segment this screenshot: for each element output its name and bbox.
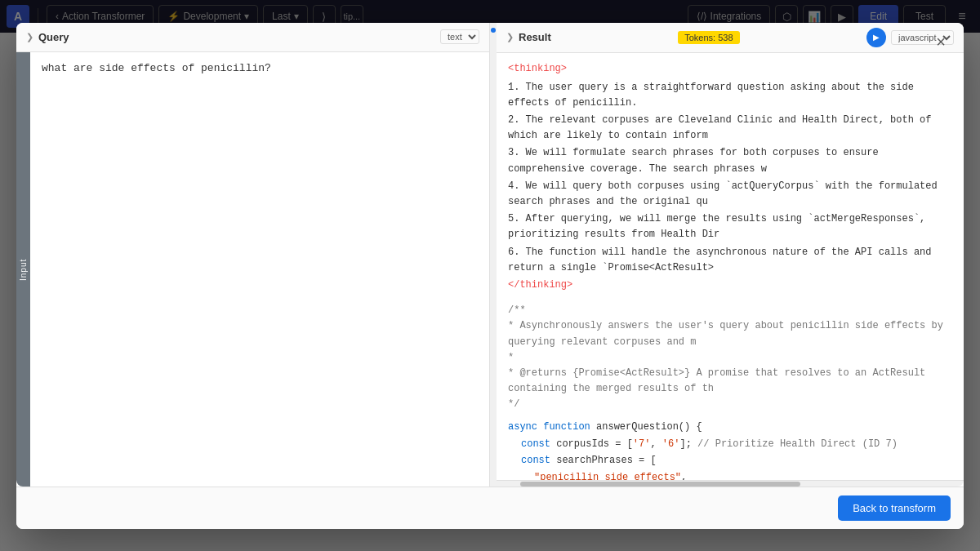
result-panel-header: ❯ Result Tokens: 538 ▶ javascript [497, 23, 964, 53]
code-function: async function answerQuestion() { const … [508, 419, 952, 479]
result-content-area: <thinking> 1. The user query is a straig… [497, 53, 964, 480]
modal-close-button[interactable]: × [929, 31, 952, 54]
collapse-icon[interactable]: ❯ [26, 32, 33, 42]
left-panel: ❯ Query text Input what are side effects… [16, 23, 490, 487]
query-panel-title: Query [38, 31, 69, 43]
input-label: Input [16, 52, 30, 487]
thinking-line-1: 1. The user query is a straightforward q… [508, 80, 952, 111]
result-collapse-icon[interactable]: ❯ [506, 32, 514, 42]
tokens-badge: Tokens: 538 [678, 31, 739, 44]
thinking-line-2: 2. The relevant corpuses are Cleveland C… [508, 113, 952, 144]
thinking-open-tag: <thinking> [508, 61, 952, 77]
modal-footer: Back to transform [16, 487, 964, 529]
jsdoc-comment: /** * Asynchronously answers the user's … [508, 303, 952, 412]
play-icon: ▶ [873, 33, 880, 42]
query-content: what are side effects of penicillin? [30, 52, 489, 487]
panel-divider [490, 23, 497, 487]
modal-overlay: × ❯ Query text Input what are [0, 0, 980, 551]
modal-body: ❯ Query text Input what are side effects… [16, 23, 964, 487]
run-button[interactable]: ▶ [866, 28, 886, 47]
left-panel-header: ❯ Query text [16, 23, 489, 52]
type-select[interactable]: text [440, 29, 479, 44]
left-panel-header-left: ❯ Query [26, 31, 435, 43]
query-text: what are side effects of penicillin? [42, 62, 271, 74]
thinking-close-tag: </thinking> [508, 278, 952, 293]
divider-indicator [491, 28, 496, 33]
modal-dialog: × ❯ Query text Input what are [16, 23, 964, 529]
thinking-line-6: 6. The function will handle the asynchro… [508, 245, 952, 276]
thinking-line-4: 4. We will query both corpuses using `ac… [508, 179, 952, 210]
thinking-line-3: 3. We will formulate search phrases for … [508, 145, 952, 176]
result-panel-title: Result [519, 31, 551, 43]
right-panel: ❯ Result Tokens: 538 ▶ javascript < [497, 23, 964, 487]
back-to-transform-button[interactable]: Back to transform [838, 495, 951, 521]
thinking-line-5: 5. After querying, we will merge the res… [508, 211, 952, 242]
